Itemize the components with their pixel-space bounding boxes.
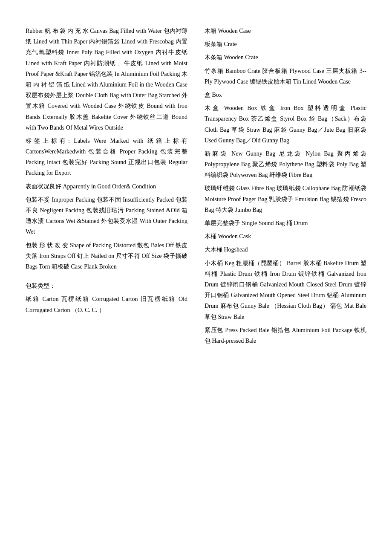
left-para-2: 表面状况良好 Apparently in Good Order& Conditi… bbox=[26, 181, 187, 192]
right-para-9: 木桶 Wooden Cask bbox=[205, 231, 366, 242]
right-para-2: 木条箱 Wooden Crate bbox=[205, 52, 366, 63]
left-para-5: 包装类型： bbox=[26, 280, 187, 291]
right-para-0: 木箱 Wooden Case bbox=[205, 26, 366, 36]
right-para-1: 板条箱 Crate bbox=[205, 39, 366, 49]
right-column: 木箱 Wooden Case 板条箱 Crate 木条箱 Wooden Crat… bbox=[205, 26, 366, 349]
left-column: Rubber 帆 布 袋 内 充 水 Canvas Bag Filled wit… bbox=[26, 26, 187, 349]
left-para-4: 包装 形 状 改 变 Shape of Packing Distorted 散包… bbox=[26, 240, 187, 272]
right-para-10: 大木桶 Hogshead bbox=[205, 244, 366, 255]
right-para-12: 紧压包 Press Packed Bale 铝箔包 Aluminium Foil… bbox=[205, 325, 366, 346]
right-para-5: 木盒 Wooden Box 铁盒 Iron Box 塑料透明盒 Plastic … bbox=[205, 103, 366, 146]
left-para-1: 标签上标有: Labels Were Marked with 纸箱上标有 Car… bbox=[26, 136, 187, 179]
main-content: Rubber 帆 布 袋 内 充 水 Canvas Bag Filled wit… bbox=[26, 26, 366, 349]
right-para-11: 小木桶 Keg 粗腰桶（琵琶桶） Barrel 胶木桶 Bakelite Dru… bbox=[205, 258, 366, 322]
right-para-3: 竹条箱 Bamboo Crate 胶合板箱 Plywood Case 三层夹板箱… bbox=[205, 66, 366, 87]
right-para-4: 盒 Box bbox=[205, 90, 366, 100]
left-para-0: Rubber 帆 布 袋 内 充 水 Canvas Bag Filled wit… bbox=[26, 26, 187, 133]
right-para-8: 单层完整袋子 Single Sound Bag 桶 Drum bbox=[205, 218, 366, 228]
right-para-7: 玻璃纤维袋 Glass Fibre Bag 玻璃纸袋 Callophane Ba… bbox=[205, 183, 366, 215]
right-para-6: 新麻袋 New Gunny Bag 尼龙袋 Nylon Bag 聚丙烯袋 Pol… bbox=[205, 148, 366, 181]
left-para-6: 纸箱 Carton 瓦楞纸箱 Corrugated Carton 旧瓦楞纸箱 O… bbox=[26, 294, 187, 315]
left-para-3: 包装不妥 Improper Packing 包装不固 Insufficientl… bbox=[26, 194, 187, 237]
